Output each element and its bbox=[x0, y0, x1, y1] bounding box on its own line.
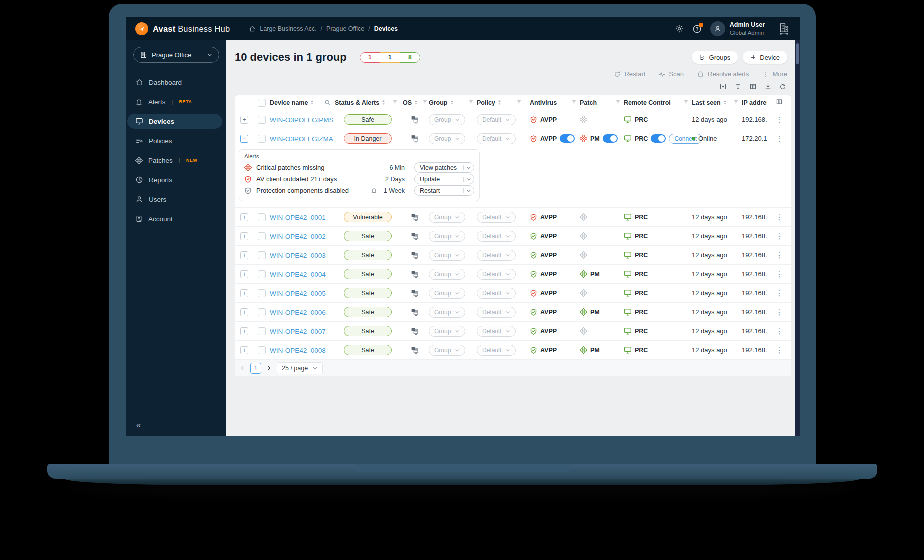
filter-icon[interactable] bbox=[422, 100, 428, 106]
col-ip-address[interactable]: IP address bbox=[742, 100, 767, 106]
policy-dropdown[interactable]: Default bbox=[477, 326, 516, 337]
filter-icon[interactable] bbox=[516, 100, 522, 106]
group-dropdown[interactable]: Group bbox=[429, 134, 466, 144]
grid-icon[interactable] bbox=[750, 83, 757, 90]
device-name-link[interactable]: WIN-OPE42_0005 bbox=[270, 290, 326, 298]
prev-page-icon[interactable] bbox=[240, 365, 246, 372]
col-patch[interactable]: Patch bbox=[580, 100, 597, 106]
policy-dropdown[interactable]: Default bbox=[477, 212, 516, 223]
row-menu-icon[interactable]: ⋮ bbox=[776, 270, 784, 279]
filter-icon[interactable] bbox=[572, 100, 577, 106]
device-name-link[interactable]: WIN-O3POLFGIZMA bbox=[270, 136, 334, 143]
row-menu-icon[interactable]: ⋮ bbox=[776, 308, 784, 317]
search-icon[interactable] bbox=[324, 100, 331, 106]
page-number[interactable]: 1 bbox=[250, 363, 262, 374]
expand-row-button[interactable]: + bbox=[240, 232, 248, 240]
sidebar-item-reports[interactable]: Reports bbox=[128, 172, 222, 188]
download-icon[interactable] bbox=[764, 83, 772, 90]
expand-row-button[interactable]: + bbox=[240, 214, 248, 222]
row-checkbox[interactable] bbox=[258, 232, 266, 240]
filter-icon[interactable] bbox=[468, 100, 474, 106]
select-all-checkbox[interactable] bbox=[258, 99, 266, 107]
text-width-icon[interactable] bbox=[734, 83, 742, 90]
sort-icon[interactable] bbox=[498, 100, 502, 106]
chevron-down-icon[interactable] bbox=[464, 177, 474, 182]
sort-icon[interactable] bbox=[414, 100, 418, 106]
device-name-link[interactable]: WIN-OPE42_0003 bbox=[270, 252, 326, 260]
filter-icon[interactable] bbox=[684, 100, 689, 106]
resolve-alerts-button[interactable]: Resolve alerts bbox=[697, 70, 749, 78]
row-checkbox[interactable] bbox=[258, 214, 266, 222]
sidebar-item-patches[interactable]: Patches|NEW bbox=[128, 153, 222, 168]
add-device-button[interactable]: Device bbox=[743, 51, 788, 64]
col-remote-control[interactable]: Remote Control bbox=[624, 100, 671, 106]
sort-icon[interactable] bbox=[723, 100, 728, 106]
site-selector[interactable]: Prague Office bbox=[134, 47, 220, 63]
group-dropdown[interactable]: Group bbox=[429, 231, 466, 242]
scan-button[interactable]: Scan bbox=[658, 70, 684, 78]
col-antivirus[interactable]: Antivirus bbox=[530, 100, 557, 106]
policy-dropdown[interactable]: Default bbox=[477, 307, 516, 318]
row-checkbox[interactable] bbox=[258, 308, 266, 316]
col-os[interactable]: OS bbox=[403, 100, 412, 106]
row-checkbox[interactable] bbox=[258, 252, 266, 260]
row-checkbox[interactable] bbox=[258, 290, 266, 298]
breadcrumb-item[interactable]: Prague Office bbox=[326, 26, 364, 32]
group-dropdown[interactable]: Group bbox=[429, 288, 466, 299]
groups-button[interactable]: Groups bbox=[692, 51, 738, 64]
alert-action-button[interactable]: Restart bbox=[414, 186, 474, 196]
group-dropdown[interactable]: Group bbox=[429, 269, 466, 280]
expand-all-icon[interactable] bbox=[720, 83, 727, 90]
col-policy[interactable]: Policy bbox=[477, 100, 496, 106]
filter-icon[interactable] bbox=[392, 100, 398, 106]
alert-action-button[interactable]: Update bbox=[414, 174, 474, 184]
sort-icon[interactable] bbox=[450, 100, 454, 106]
breadcrumb-item[interactable]: Large Business Acc. bbox=[260, 26, 316, 32]
policy-dropdown[interactable]: Default bbox=[477, 134, 516, 144]
row-checkbox[interactable] bbox=[258, 116, 266, 124]
restart-button[interactable]: Restart bbox=[614, 70, 646, 78]
page-size-select[interactable]: 25 / page bbox=[277, 362, 323, 374]
row-checkbox[interactable] bbox=[258, 328, 266, 336]
sidebar-item-account[interactable]: Account bbox=[128, 212, 222, 226]
group-dropdown[interactable]: Group bbox=[429, 212, 466, 223]
alert-action-button[interactable]: View patches bbox=[414, 162, 474, 173]
expand-row-button[interactable]: + bbox=[240, 308, 248, 316]
chevron-down-icon[interactable] bbox=[464, 166, 474, 170]
col-device-name[interactable]: Device name bbox=[270, 100, 308, 106]
sidebar-item-devices[interactable]: Devices bbox=[128, 114, 222, 129]
row-menu-icon[interactable]: ⋮ bbox=[776, 327, 784, 336]
expand-row-button[interactable]: + bbox=[240, 328, 248, 336]
next-page-icon[interactable] bbox=[266, 365, 272, 372]
row-menu-icon[interactable]: ⋮ bbox=[776, 346, 784, 355]
scrollbar[interactable] bbox=[796, 40, 800, 436]
collapse-row-button[interactable]: − bbox=[240, 135, 248, 143]
policy-dropdown[interactable]: Default bbox=[477, 288, 516, 299]
policy-dropdown[interactable]: Default bbox=[477, 231, 516, 242]
filter-icon[interactable] bbox=[734, 100, 739, 106]
device-name-link[interactable]: WIN-O3POLFGIPMS bbox=[270, 116, 334, 124]
device-name-link[interactable]: WIN-OPE42_0004 bbox=[270, 271, 326, 278]
row-menu-icon[interactable]: ⋮ bbox=[776, 213, 784, 222]
row-menu-icon[interactable]: ⋮ bbox=[776, 134, 784, 144]
row-checkbox[interactable] bbox=[258, 346, 266, 354]
column-settings-icon[interactable] bbox=[776, 98, 783, 107]
sidebar-item-users[interactable]: Users bbox=[128, 192, 222, 207]
sidebar-collapse-button[interactable]: « bbox=[136, 420, 141, 430]
status-count-badge[interactable]: 1 bbox=[380, 52, 400, 63]
group-dropdown[interactable]: Group bbox=[429, 326, 466, 337]
device-name-link[interactable]: WIN-OPE42_0001 bbox=[270, 214, 326, 222]
col-group[interactable]: Group bbox=[429, 100, 448, 106]
patch-toggle[interactable] bbox=[603, 134, 618, 143]
row-checkbox[interactable] bbox=[258, 270, 266, 278]
chevron-down-icon[interactable] bbox=[464, 188, 474, 194]
sidebar-item-policies[interactable]: Policies bbox=[128, 134, 222, 148]
col-last-seen[interactable]: Last seen bbox=[692, 100, 721, 106]
row-menu-icon[interactable]: ⋮ bbox=[776, 251, 784, 260]
row-menu-icon[interactable]: ⋮ bbox=[776, 116, 784, 124]
row-menu-icon[interactable]: ⋮ bbox=[776, 232, 784, 241]
group-dropdown[interactable]: Group bbox=[429, 250, 466, 261]
group-dropdown[interactable]: Group bbox=[429, 345, 466, 356]
device-name-link[interactable]: WIN-OPE42_0006 bbox=[270, 309, 326, 316]
device-name-link[interactable]: WIN-OPE42_0008 bbox=[270, 347, 326, 354]
